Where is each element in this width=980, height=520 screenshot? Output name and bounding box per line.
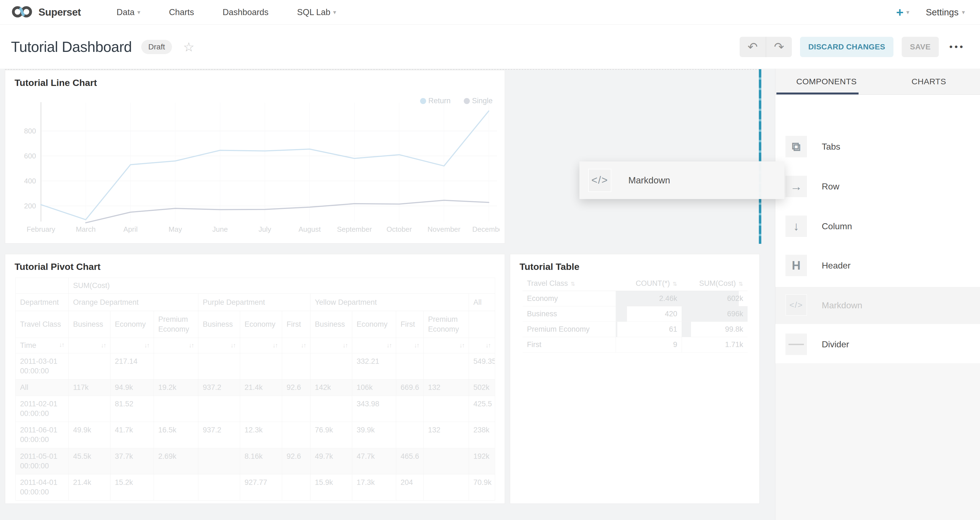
new-item-button[interactable]: + ▾ xyxy=(896,6,909,19)
sidebar-item-tabs[interactable]: ⧉Tabs xyxy=(775,136,980,157)
pivot-class-header: Economy xyxy=(240,311,282,338)
pivot-value-cell: 37.7k xyxy=(110,448,154,474)
pivot-class-header: Premium Economy xyxy=(154,311,198,338)
pivot-value-cell: 92.6 xyxy=(282,379,310,396)
pivot-sort-cell[interactable]: ↓↑ xyxy=(69,338,110,353)
pivot-sort-cell[interactable]: ↓↑ xyxy=(424,338,469,353)
pivot-value-cell: 117k xyxy=(69,379,110,396)
pivot-sort-cell[interactable]: ↓↑ xyxy=(469,338,495,353)
pivot-value-cell: 132 xyxy=(424,422,469,448)
pivot-value-cell: 132 xyxy=(424,379,469,396)
pivot-class-row: Travel ClassBusinessEconomyPremium Econo… xyxy=(16,311,495,338)
pivot-value-cell xyxy=(282,422,310,448)
pivot-group-header: All xyxy=(469,294,495,311)
superset-brand[interactable]: Superset xyxy=(11,5,81,20)
nav-item-data[interactable]: Data▾ xyxy=(116,8,140,17)
table-column-header[interactable]: COUNT(*)⇅ xyxy=(616,276,682,291)
superset-logo-icon xyxy=(11,5,34,20)
drop-target-indicator xyxy=(759,69,761,244)
svg-text:July: July xyxy=(259,225,271,233)
pivot-value-cell xyxy=(69,396,110,422)
sidebar-item-column[interactable]: ↓Column xyxy=(775,216,980,237)
pivot-data-row: 2011-02-01 00:00:0081.52343.98425.5 xyxy=(16,396,495,422)
draft-badge: Draft xyxy=(141,40,172,54)
pivot-sort-cell[interactable]: ↓↑ xyxy=(198,338,240,353)
nav-item-label: Data xyxy=(116,8,134,17)
nav-item-label: SQL Lab xyxy=(297,8,330,17)
pivot-value-cell xyxy=(154,474,198,500)
pivot-value-cell xyxy=(282,353,310,379)
sidebar-item-header[interactable]: HHeader xyxy=(775,255,980,276)
table-cell-count: 61 xyxy=(616,322,682,337)
svg-text:February: February xyxy=(27,225,55,233)
sidebar-item-label: Tabs xyxy=(822,142,840,152)
favorite-star-icon[interactable]: ☆ xyxy=(183,40,194,54)
pivot-sort-cell[interactable]: ↓↑ xyxy=(310,338,352,353)
svg-text:800: 800 xyxy=(24,127,36,135)
pivot-value-cell xyxy=(396,396,424,422)
markdown-drag-preview[interactable]: </> Markdown xyxy=(579,162,784,199)
pivot-class-header: Economy xyxy=(352,311,396,338)
sidebar-item-label: Header xyxy=(822,260,851,271)
pivot-value-cell: 47.7k xyxy=(352,448,396,474)
redo-button[interactable]: ↷ xyxy=(766,37,792,57)
pivot-sort-cell[interactable]: ↓↑ xyxy=(352,338,396,353)
tab-charts[interactable]: CHARTS xyxy=(878,69,980,94)
code-icon: </> xyxy=(786,294,807,316)
nav-item-charts[interactable]: Charts xyxy=(169,8,194,17)
save-button[interactable]: SAVE xyxy=(902,37,939,57)
table-cell-count: 2.46k xyxy=(616,291,682,306)
pivot-department-label: Department xyxy=(16,294,69,311)
settings-menu[interactable]: Settings ▾ xyxy=(926,7,965,17)
pivot-class-header: First xyxy=(282,311,310,338)
dashboard-canvas: Tutorial Line Chart ReturnSingle 2004006… xyxy=(0,69,980,520)
sidebar-item-markdown[interactable]: </>Markdown xyxy=(775,287,980,324)
nav-item-dashboards[interactable]: Dashboards xyxy=(223,8,269,17)
pivot-value-cell: 192k xyxy=(469,448,495,474)
line-chart-card[interactable]: Tutorial Line Chart ReturnSingle 2004006… xyxy=(5,70,505,244)
top-navbar: Superset Data▾ChartsDashboardsSQL Lab▾ +… xyxy=(0,0,980,25)
pivot-value-cell: 19.2k xyxy=(154,379,198,396)
svg-text:April: April xyxy=(123,225,138,233)
sidebar-item-label: Row xyxy=(822,181,839,192)
pivot-value-cell: 142k xyxy=(310,379,352,396)
more-options-icon[interactable]: ••• xyxy=(947,41,965,52)
pivot-class-header xyxy=(469,311,495,338)
undo-button[interactable]: ↶ xyxy=(740,37,766,57)
sort-icon: ↓↑ xyxy=(231,342,235,349)
discard-changes-button[interactable]: DISCARD CHANGES xyxy=(800,37,894,57)
table-column-header[interactable]: SUM(Cost)⇅ xyxy=(682,276,748,291)
pivot-data-row: 2011-04-01 00:00:0021.4k15.2k927.7715.9k… xyxy=(16,474,495,500)
sort-icon: ⇅ xyxy=(568,281,575,287)
pivot-row-label: 2011-04-01 00:00:00 xyxy=(16,474,69,500)
pivot-value-cell: 8.16k xyxy=(240,448,282,474)
sidebar-item-row[interactable]: →Row xyxy=(775,176,980,197)
pivot-row-label: 2011-06-01 00:00:00 xyxy=(16,422,69,448)
pivot-value-cell: 76.9k xyxy=(310,422,352,448)
pivot-time-label[interactable]: Time↓↑ xyxy=(16,338,69,353)
pivot-metric-row: SUM(Cost) xyxy=(16,278,495,294)
pivot-sort-cell[interactable]: ↓↑ xyxy=(396,338,424,353)
code-glyph: </> xyxy=(789,300,803,310)
pivot-sort-cell[interactable]: ↓↑ xyxy=(154,338,198,353)
pivot-row-label: 2011-03-01 00:00:00 xyxy=(16,353,69,379)
svg-text:May: May xyxy=(169,225,182,233)
sort-icon: ↓↑ xyxy=(59,341,64,349)
markdown-code-icon: </> xyxy=(588,169,611,192)
data-table-card[interactable]: Tutorial Table Travel Class⇅COUNT(*)⇅SUM… xyxy=(510,254,760,504)
pivot-value-cell: 12.3k xyxy=(240,422,282,448)
pivot-value-cell xyxy=(69,353,110,379)
sidebar-item-divider[interactable]: Divider xyxy=(775,334,980,355)
pivot-sort-cell[interactable]: ↓↑ xyxy=(282,338,310,353)
tab-components[interactable]: COMPONENTS xyxy=(775,69,878,94)
nav-item-sql-lab[interactable]: SQL Lab▾ xyxy=(297,8,336,17)
pivot-sort-cell[interactable]: ↓↑ xyxy=(240,338,282,353)
pivot-sort-cell[interactable]: ↓↑ xyxy=(110,338,154,353)
svg-text:December: December xyxy=(472,225,500,233)
pivot-value-cell: 94.9k xyxy=(110,379,154,396)
table-cell-count: 420 xyxy=(616,306,682,322)
pivot-value-cell xyxy=(396,353,424,379)
pivot-value-cell: 465.6 xyxy=(396,448,424,474)
table-column-header[interactable]: Travel Class⇅ xyxy=(523,276,616,291)
pivot-chart-card[interactable]: Tutorial Pivot Chart SUM(Cost)Department… xyxy=(5,254,505,504)
